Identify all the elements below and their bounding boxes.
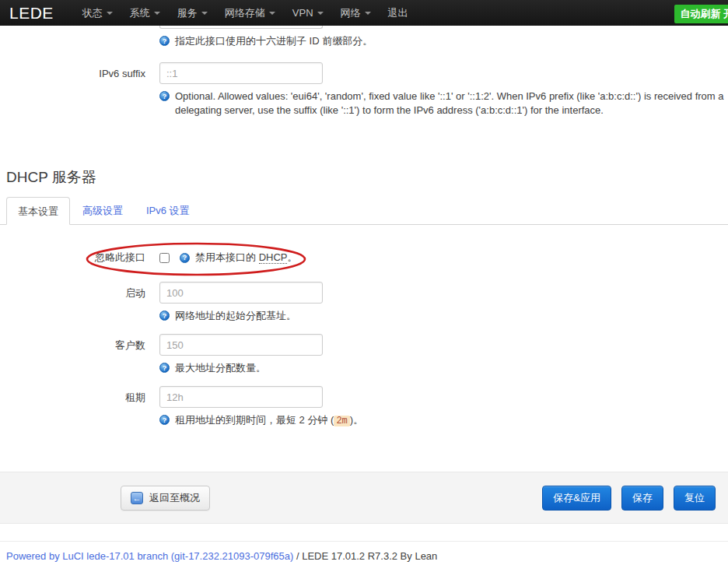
chevron-down-icon	[317, 12, 324, 15]
back-arrow-icon: ←	[131, 492, 143, 504]
action-strip: ← 返回至概况 保存&应用 保存 复位	[0, 472, 728, 524]
hexid-help: ? 指定此接口使用的十六进制子 ID 前缀部分。	[159, 34, 728, 48]
dhcp-tabs: 基本设置 高级设置 IPv6 设置	[0, 197, 728, 225]
dhcp-start-help: ? 网络地址的起始分配基址。	[159, 309, 323, 323]
dhcp-abbr: DHCP	[259, 251, 288, 264]
help-icon: ?	[180, 253, 190, 263]
ipv6-suffix-input[interactable]	[159, 62, 323, 84]
nav-item-logout[interactable]: 退出	[380, 0, 417, 26]
chevron-down-icon	[154, 12, 160, 15]
nav-item-system[interactable]: 系统	[121, 0, 169, 26]
ignore-interface-help: ? 禁用本接口的 DHCP。	[180, 251, 297, 265]
save-apply-button[interactable]: 保存&应用	[542, 486, 611, 511]
hexid-input-partial[interactable]	[159, 26, 323, 29]
dhcp-limit-row: 客户数 ? 最大地址分配数量。	[0, 334, 728, 375]
dhcp-limit-label: 客户数	[0, 334, 145, 353]
dhcp-leasetime-label: 租期	[0, 386, 145, 405]
help-icon: ?	[159, 36, 170, 46]
brand-logo: LEDE	[9, 4, 54, 23]
footer-version-text: / LEDE 17.01.2 R7.3.2 By Lean	[293, 550, 437, 562]
leasetime-min-code: 2m	[334, 416, 349, 426]
chevron-down-icon	[201, 12, 208, 15]
dhcp-start-row: 启动 ? 网络地址的起始分配基址。	[0, 282, 728, 323]
dhcp-section-title: DHCP 服务器	[6, 167, 728, 188]
dhcp-leasetime-input[interactable]	[159, 386, 323, 408]
dhcp-limit-input[interactable]	[159, 334, 323, 356]
auto-refresh-toggle[interactable]: 自动刷新 开	[674, 5, 728, 23]
help-icon: ?	[159, 363, 170, 373]
tab-advanced-settings[interactable]: 高级设置	[72, 197, 134, 224]
ipv6-settings-section: ? 指定此接口使用的十六进制子 ID 前缀部分。 IPv6 suffix ? O…	[0, 26, 728, 118]
chevron-down-icon	[365, 12, 371, 15]
save-button[interactable]: 保存	[621, 486, 663, 511]
nav-item-nas[interactable]: 网络存储	[216, 0, 284, 26]
nav-item-vpn[interactable]: VPN	[284, 0, 332, 26]
dhcp-leasetime-help: ? 租用地址的到期时间，最短 2 分钟 (2m)。	[159, 413, 363, 428]
ignore-interface-checkbox[interactable]	[159, 253, 170, 263]
page-footer: Powered by LuCI lede-17.01 branch (git-1…	[0, 541, 728, 562]
chevron-down-icon	[269, 12, 275, 15]
ignore-interface-row: 忽略此接口 ? 禁用本接口的 DHCP。	[0, 251, 728, 265]
nav-item-services[interactable]: 服务	[169, 0, 216, 26]
back-to-overview-button[interactable]: ← 返回至概况	[121, 486, 210, 511]
help-icon: ?	[159, 311, 170, 321]
dhcp-limit-help: ? 最大地址分配数量。	[159, 361, 323, 375]
ignore-interface-label: 忽略此接口	[0, 251, 145, 265]
help-icon: ?	[159, 415, 170, 425]
dhcp-start-label: 启动	[0, 282, 145, 300]
tab-ipv6-settings[interactable]: IPv6 设置	[135, 197, 201, 224]
powered-by-link[interactable]: Powered by LuCI lede-17.01 branch (git-1…	[6, 550, 293, 562]
ipv6-suffix-help: ? Optional. Allowed values: 'eui64', 'ra…	[159, 89, 725, 118]
chevron-down-icon	[107, 12, 113, 15]
dhcp-start-input[interactable]	[159, 282, 323, 304]
reset-button[interactable]: 复位	[674, 486, 716, 511]
tab-basic-settings[interactable]: 基本设置	[6, 197, 70, 225]
top-navbar: LEDE 状态 系统 服务 网络存储 VPN 网络 退出 自动刷新 开	[0, 0, 728, 26]
nav-item-network[interactable]: 网络	[332, 0, 380, 26]
ipv6-suffix-row: IPv6 suffix	[0, 62, 728, 84]
dhcp-leasetime-row: 租期 ? 租用地址的到期时间，最短 2 分钟 (2m)。	[0, 386, 728, 428]
help-icon: ?	[159, 91, 170, 101]
nav-item-status[interactable]: 状态	[74, 0, 121, 26]
ipv6-suffix-label: IPv6 suffix	[0, 68, 145, 79]
